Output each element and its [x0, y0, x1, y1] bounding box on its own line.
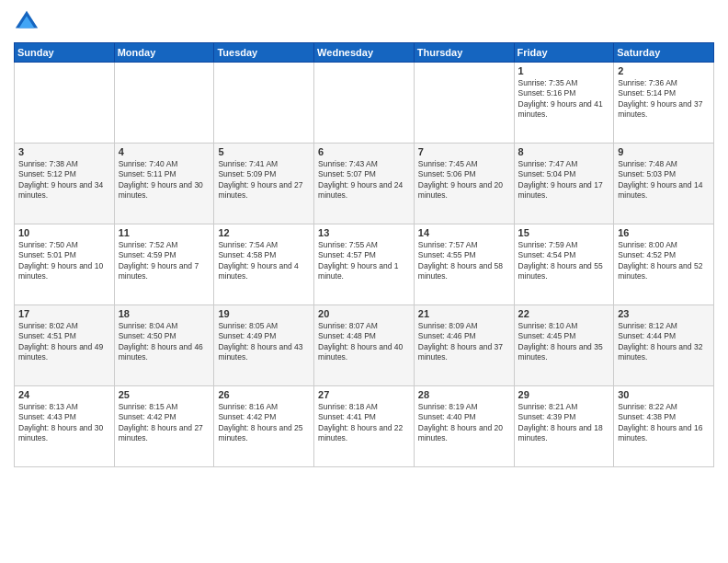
- day-number: 18: [119, 308, 210, 319]
- day-cell: 11Sunrise: 7:52 AM Sunset: 4:59 PM Dayli…: [114, 224, 214, 305]
- week-row-2: 3Sunrise: 7:38 AM Sunset: 5:12 PM Daylig…: [15, 144, 714, 224]
- day-info: Sunrise: 8:02 AM Sunset: 4:51 PM Dayligh…: [18, 321, 110, 363]
- day-number: 22: [518, 308, 610, 319]
- day-cell: [314, 63, 415, 144]
- day-cell: 12Sunrise: 7:54 AM Sunset: 4:58 PM Dayli…: [214, 224, 314, 305]
- day-info: Sunrise: 8:09 AM Sunset: 4:46 PM Dayligh…: [418, 321, 510, 363]
- day-info: Sunrise: 7:59 AM Sunset: 4:54 PM Dayligh…: [518, 240, 610, 282]
- day-cell: 16Sunrise: 8:00 AM Sunset: 4:52 PM Dayli…: [614, 224, 714, 305]
- day-cell: 28Sunrise: 8:19 AM Sunset: 4:40 PM Dayli…: [414, 386, 514, 467]
- day-cell: 30Sunrise: 8:22 AM Sunset: 4:38 PM Dayli…: [614, 386, 714, 467]
- day-cell: 6Sunrise: 7:43 AM Sunset: 5:07 PM Daylig…: [314, 144, 415, 224]
- day-info: Sunrise: 7:40 AM Sunset: 5:11 PM Dayligh…: [119, 159, 210, 201]
- col-header-monday: Monday: [114, 43, 214, 63]
- day-number: 6: [318, 146, 410, 157]
- day-number: 14: [418, 227, 510, 238]
- day-info: Sunrise: 7:48 AM Sunset: 5:03 PM Dayligh…: [618, 159, 710, 201]
- day-info: Sunrise: 8:21 AM Sunset: 4:39 PM Dayligh…: [518, 402, 610, 444]
- day-info: Sunrise: 7:36 AM Sunset: 5:14 PM Dayligh…: [618, 78, 710, 121]
- day-number: 16: [618, 227, 710, 238]
- day-cell: 14Sunrise: 7:57 AM Sunset: 4:55 PM Dayli…: [414, 224, 514, 305]
- day-info: Sunrise: 7:45 AM Sunset: 5:06 PM Dayligh…: [418, 159, 510, 201]
- day-info: Sunrise: 8:12 AM Sunset: 4:44 PM Dayligh…: [618, 321, 710, 363]
- day-info: Sunrise: 7:55 AM Sunset: 4:57 PM Dayligh…: [318, 240, 410, 282]
- day-cell: 13Sunrise: 7:55 AM Sunset: 4:57 PM Dayli…: [314, 224, 415, 305]
- day-cell: 25Sunrise: 8:15 AM Sunset: 4:42 PM Dayli…: [114, 386, 214, 467]
- day-number: 9: [618, 146, 710, 157]
- day-number: 21: [418, 308, 510, 319]
- day-number: 4: [119, 146, 210, 157]
- col-header-wednesday: Wednesday: [314, 43, 415, 63]
- day-cell: 20Sunrise: 8:07 AM Sunset: 4:48 PM Dayli…: [314, 305, 415, 386]
- day-cell: 26Sunrise: 8:16 AM Sunset: 4:42 PM Dayli…: [214, 386, 314, 467]
- day-number: 8: [518, 146, 610, 157]
- day-cell: 18Sunrise: 8:04 AM Sunset: 4:50 PM Dayli…: [114, 305, 214, 386]
- day-number: 15: [518, 227, 610, 238]
- day-number: 29: [518, 389, 610, 400]
- day-number: 17: [18, 308, 110, 319]
- day-cell: 29Sunrise: 8:21 AM Sunset: 4:39 PM Dayli…: [514, 386, 614, 467]
- day-cell: 7Sunrise: 7:45 AM Sunset: 5:06 PM Daylig…: [414, 144, 514, 224]
- day-number: 19: [218, 308, 310, 319]
- day-info: Sunrise: 8:13 AM Sunset: 4:43 PM Dayligh…: [18, 402, 110, 444]
- day-cell: 23Sunrise: 8:12 AM Sunset: 4:44 PM Dayli…: [614, 305, 714, 386]
- day-cell: [114, 63, 214, 144]
- day-number: 1: [518, 65, 610, 76]
- day-number: 5: [218, 146, 310, 157]
- day-cell: 17Sunrise: 8:02 AM Sunset: 4:51 PM Dayli…: [15, 305, 115, 386]
- day-info: Sunrise: 7:41 AM Sunset: 5:09 PM Dayligh…: [218, 159, 310, 201]
- col-header-thursday: Thursday: [414, 43, 514, 63]
- day-info: Sunrise: 7:35 AM Sunset: 5:16 PM Dayligh…: [518, 78, 610, 121]
- day-cell: 10Sunrise: 7:50 AM Sunset: 5:01 PM Dayli…: [15, 224, 115, 305]
- day-info: Sunrise: 7:43 AM Sunset: 5:07 PM Dayligh…: [318, 159, 410, 201]
- day-number: 24: [18, 389, 110, 400]
- day-cell: [414, 63, 514, 144]
- col-header-saturday: Saturday: [614, 43, 714, 63]
- day-cell: 4Sunrise: 7:40 AM Sunset: 5:11 PM Daylig…: [114, 144, 214, 224]
- day-info: Sunrise: 8:22 AM Sunset: 4:38 PM Dayligh…: [618, 402, 710, 444]
- day-number: 12: [218, 227, 310, 238]
- day-cell: [214, 63, 314, 144]
- day-info: Sunrise: 7:52 AM Sunset: 4:59 PM Dayligh…: [119, 240, 210, 282]
- logo-icon: [14, 9, 40, 35]
- col-header-friday: Friday: [514, 43, 614, 63]
- day-cell: 15Sunrise: 7:59 AM Sunset: 4:54 PM Dayli…: [514, 224, 614, 305]
- day-number: 26: [218, 389, 310, 400]
- day-cell: 9Sunrise: 7:48 AM Sunset: 5:03 PM Daylig…: [614, 144, 714, 224]
- week-row-4: 17Sunrise: 8:02 AM Sunset: 4:51 PM Dayli…: [15, 305, 714, 386]
- day-number: 30: [618, 389, 710, 400]
- day-info: Sunrise: 8:07 AM Sunset: 4:48 PM Dayligh…: [318, 321, 410, 363]
- day-number: 2: [618, 65, 710, 76]
- calendar-table: SundayMondayTuesdayWednesdayThursdayFrid…: [14, 42, 714, 467]
- day-info: Sunrise: 8:05 AM Sunset: 4:49 PM Dayligh…: [218, 321, 310, 363]
- day-info: Sunrise: 7:47 AM Sunset: 5:04 PM Dayligh…: [518, 159, 610, 201]
- day-cell: 1Sunrise: 7:35 AM Sunset: 5:16 PM Daylig…: [514, 63, 614, 144]
- day-info: Sunrise: 7:50 AM Sunset: 5:01 PM Dayligh…: [18, 240, 110, 282]
- day-cell: 21Sunrise: 8:09 AM Sunset: 4:46 PM Dayli…: [414, 305, 514, 386]
- day-number: 27: [318, 389, 410, 400]
- page: SundayMondayTuesdayWednesdayThursdayFrid…: [0, 0, 728, 563]
- day-info: Sunrise: 8:16 AM Sunset: 4:42 PM Dayligh…: [218, 402, 310, 444]
- day-number: 7: [418, 146, 510, 157]
- week-row-5: 24Sunrise: 8:13 AM Sunset: 4:43 PM Dayli…: [15, 386, 714, 467]
- day-info: Sunrise: 7:38 AM Sunset: 5:12 PM Dayligh…: [18, 159, 110, 201]
- day-number: 25: [119, 389, 210, 400]
- header: [14, 9, 714, 35]
- day-cell: 19Sunrise: 8:05 AM Sunset: 4:49 PM Dayli…: [214, 305, 314, 386]
- day-info: Sunrise: 8:00 AM Sunset: 4:52 PM Dayligh…: [618, 240, 710, 282]
- calendar-header-row: SundayMondayTuesdayWednesdayThursdayFrid…: [15, 43, 714, 63]
- col-header-tuesday: Tuesday: [214, 43, 314, 63]
- day-number: 10: [18, 227, 110, 238]
- day-cell: 3Sunrise: 7:38 AM Sunset: 5:12 PM Daylig…: [15, 144, 115, 224]
- day-number: 13: [318, 227, 410, 238]
- day-cell: 2Sunrise: 7:36 AM Sunset: 5:14 PM Daylig…: [614, 63, 714, 144]
- week-row-3: 10Sunrise: 7:50 AM Sunset: 5:01 PM Dayli…: [15, 224, 714, 305]
- day-info: Sunrise: 8:04 AM Sunset: 4:50 PM Dayligh…: [119, 321, 210, 363]
- day-cell: [15, 63, 115, 144]
- day-number: 11: [119, 227, 210, 238]
- day-number: 23: [618, 308, 710, 319]
- day-info: Sunrise: 8:19 AM Sunset: 4:40 PM Dayligh…: [418, 402, 510, 444]
- day-cell: 5Sunrise: 7:41 AM Sunset: 5:09 PM Daylig…: [214, 144, 314, 224]
- day-info: Sunrise: 8:10 AM Sunset: 4:45 PM Dayligh…: [518, 321, 610, 363]
- day-number: 20: [318, 308, 410, 319]
